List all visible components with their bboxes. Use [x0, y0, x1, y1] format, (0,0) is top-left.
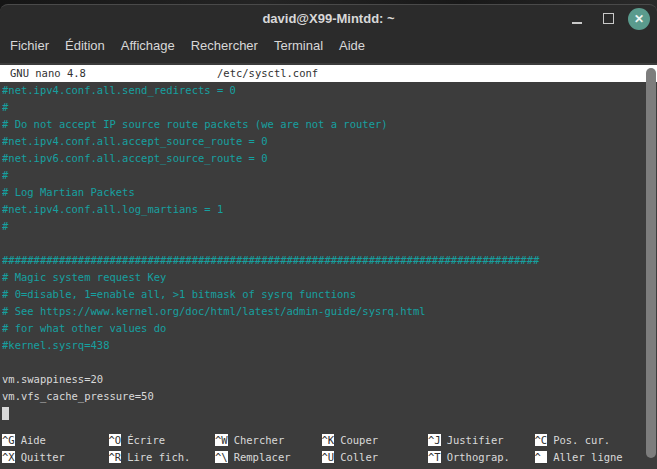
editor-line: # Do not accept IP source route packets … — [2, 116, 657, 133]
shortcut-label: Chercher — [234, 434, 285, 446]
shortcut-key: ^\ — [215, 451, 228, 463]
editor-line — [2, 354, 657, 371]
menu-item-aide[interactable]: Aide — [331, 34, 373, 57]
menu-item-rechercher[interactable]: Rechercher — [183, 34, 266, 57]
shortcut-couper: ^KCouper — [322, 432, 429, 449]
close-icon: ✕ — [634, 12, 644, 26]
editor-line: #kernel.sysrq=438 — [2, 337, 657, 354]
shortcut-label: Écrire — [127, 434, 165, 446]
editor-line: # See https://www.kernel.org/doc/html/la… — [2, 303, 657, 320]
shortcut-key: ^J — [428, 434, 441, 446]
shortcut-label: Lire fich. — [127, 451, 190, 463]
editor-line: # 0=disable, 1=enable all, >1 bitmask of… — [2, 286, 657, 303]
shortcut-chercher: ^WChercher — [215, 432, 322, 449]
editor-line: #net.ipv4.conf.all.accept_source_route =… — [2, 133, 657, 150]
minimize-button[interactable] — [566, 8, 588, 30]
editor-line: #net.ipv4.conf.all.log_martians = 1 — [2, 201, 657, 218]
editor-line: #net.ipv4.conf.all.send_redirects = 0 — [2, 82, 657, 99]
shortcut-label: Orthograp. — [447, 451, 510, 463]
shortcut-label: Quitter — [21, 451, 65, 463]
shortcut-key: ^T — [428, 451, 441, 463]
editor-line: # — [2, 99, 657, 116]
shortcut-key: ^C — [535, 434, 548, 446]
nano-shortcut-bar: ^GAide^OÉcrire^WChercher^KCouper^JJustif… — [2, 432, 641, 466]
editor-line: # — [2, 167, 657, 184]
editor-cursor-line — [2, 407, 9, 420]
shortcut-label: Coller — [340, 451, 378, 463]
editor-line: # Log Martian Packets — [2, 184, 657, 201]
editor-line: # for what other values do — [2, 320, 657, 337]
editor-line: vm.swappiness=20 — [2, 371, 657, 388]
shortcut-quitter: ^XQuitter — [2, 449, 109, 466]
terminal-window: david@X99-Mintdd: ~ ✕ FichierÉditionAffi… — [0, 4, 657, 469]
title-bar[interactable]: david@X99-Mintdd: ~ ✕ — [0, 5, 657, 32]
shortcut-row: ^XQuitter^RLire fich.^\Remplacer^UColler… — [2, 449, 641, 466]
shortcut-key: ^X — [2, 451, 15, 463]
shortcut-aller-ligne: ^_Aller ligne — [535, 449, 642, 466]
editor-line: # Magic system request Key — [2, 269, 657, 286]
shortcut-key: ^U — [322, 451, 335, 463]
shortcut-justifier: ^JJustifier — [428, 432, 535, 449]
minimize-icon — [572, 22, 582, 24]
maximize-button[interactable] — [597, 8, 619, 30]
close-button[interactable]: ✕ — [628, 8, 650, 30]
shortcut-coller: ^UColler — [322, 449, 429, 466]
nano-version: GNU nano 4.8 — [10, 65, 86, 82]
shortcut-label: Justifier — [447, 434, 504, 446]
editor-line: vm.vfs_cache_pressure=50 — [2, 388, 657, 405]
shortcut-ecrire: ^OÉcrire — [109, 432, 216, 449]
shortcut-pos-cur: ^CPos. cur. — [535, 432, 642, 449]
shortcut-lire-fich: ^RLire fich. — [109, 449, 216, 466]
menu-item-terminal[interactable]: Terminal — [266, 34, 331, 57]
shortcut-row: ^GAide^OÉcrire^WChercher^KCouper^JJustif… — [2, 432, 641, 449]
shortcut-label: Aide — [21, 434, 46, 446]
maximize-icon — [603, 13, 614, 24]
shortcut-aide: ^GAide — [2, 432, 109, 449]
window-title: david@X99-Mintdd: ~ — [0, 5, 657, 32]
nano-title-bar: GNU nano 4.8 /etc/sysctl.conf — [0, 65, 657, 82]
shortcut-key: ^G — [2, 434, 15, 446]
shortcut-key: ^W — [215, 434, 228, 446]
editor-line — [2, 235, 657, 252]
shortcut-key: ^R — [109, 451, 122, 463]
nano-filename: /etc/sysctl.conf — [217, 65, 318, 82]
shortcut-key: ^_ — [535, 451, 548, 463]
shortcut-remplacer: ^\Remplacer — [215, 449, 322, 466]
editor-line: # — [2, 218, 657, 235]
editor-content: #net.ipv4.conf.all.send_redirects = 0## … — [0, 82, 657, 425]
terminal-area[interactable]: GNU nano 4.8 /etc/sysctl.conf #net.ipv4.… — [0, 63, 657, 469]
window-controls: ✕ — [566, 5, 650, 32]
editor-line: ########################################… — [2, 252, 657, 269]
menu-item-affichage[interactable]: Affichage — [113, 34, 183, 57]
shortcut-label: Remplacer — [234, 451, 291, 463]
shortcut-orthograp: ^TOrthograp. — [428, 449, 535, 466]
shortcut-label: Pos. cur. — [553, 434, 610, 446]
editor-line: #net.ipv6.conf.all.accept_source_route =… — [2, 150, 657, 167]
text-cursor — [2, 409, 9, 420]
shortcut-key: ^K — [322, 434, 335, 446]
shortcut-key: ^O — [109, 434, 122, 446]
menu-bar: FichierÉditionAffichageRechercherTermina… — [0, 32, 657, 59]
scrollbar-thumb[interactable] — [646, 68, 656, 458]
menu-item-edition[interactable]: Édition — [57, 34, 113, 57]
shortcut-label: Couper — [340, 434, 378, 446]
menu-item-fichier[interactable]: Fichier — [2, 34, 57, 57]
shortcut-label: Aller ligne — [553, 451, 623, 463]
